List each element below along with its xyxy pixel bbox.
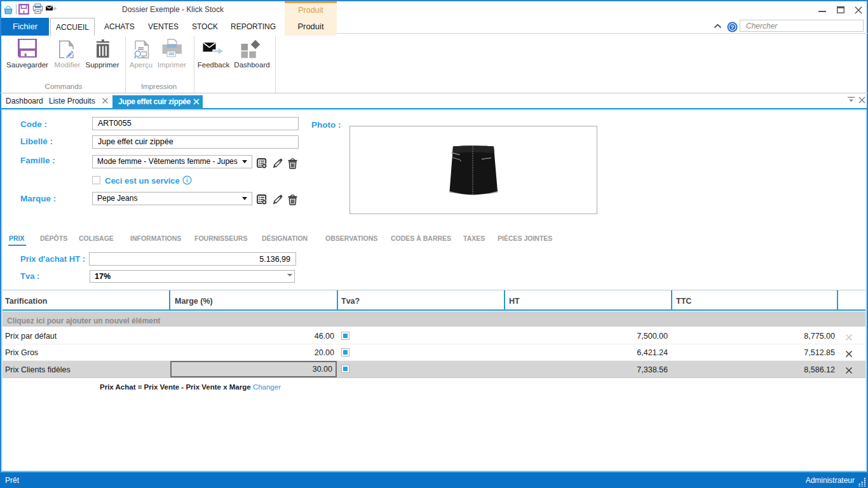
svg-text:?: ? bbox=[731, 24, 735, 30]
